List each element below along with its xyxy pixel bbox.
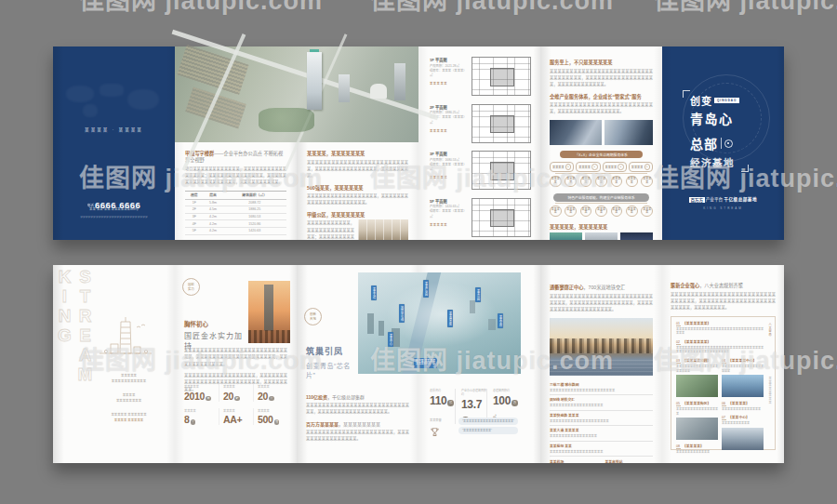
map-blob [127,89,159,110]
cover-title-1: 青岛心 [690,109,739,127]
table-row: 4F4.2m1520.86 [185,220,286,228]
planning-item: 06【某某某某】 某某某某某某某某某某某某某某 [722,401,764,412]
corner-bracket-icon [683,90,690,98]
panel-services: 服务至上，不只是某某某某某 某某某某某某某某某某某某某某某某某某某某某某某某某某… [540,46,662,240]
transport-item: 某某高铁站某某某某某某某某 [605,459,654,463]
plus-circle-icon: + [644,164,651,170]
detail-para-2: 某某某某某某某某某某某某某某某某某某，某某某某某某某某某某某某某某某某某某某某某… [307,192,408,206]
transport-item: 某某枢纽 某某某某某某某某某某某某某某某某某某某某 [550,442,653,458]
services-title-3: 某某某某某，某某某某某某 [550,223,653,230]
panel-strength: 国匠 实力 胸怀初心 国匠金水实力加持 某某某某某某某某某某某某某某某某某某某某… [175,265,297,463]
strength-heading-accent: 胸怀初心 [184,319,247,328]
transport-pair: 某某机场某某某某某某某某 某某高铁站某某某某某某某某 [550,457,653,463]
side-label-accent: 八大业态 [768,323,773,337]
planning-item: 02【某某某某某某】 某某某某某某某某某某某某某某某某某某某某某某某某某某某某某… [676,339,764,355]
night-aerial-photo [620,232,653,240]
street-thumb [722,428,764,450]
floor-plan-group: 3F 平面图 产权面积：1680.53㎡ 得房率：某某某（某某某）㎡ 某某某某某 [430,151,531,190]
tower-thumb [722,375,764,397]
slogan-box: 百万方 [689,197,705,203]
floor-plan-group: 1F 平面图 产权面积：2021.28㎡ 得房率：某某某（某某某）㎡ 某某某某某 [430,57,531,96]
stat-cell: 某某某某20个 [253,384,287,402]
services-para-1: 某某某某某某某某某某某某某某某某某某某某某某某某某某某某某某某某某某，某某某某某… [550,68,653,88]
plus-circle-icon: + [565,164,572,170]
watermark: 佳图网 jiatupic.com [79,0,323,17]
floor-spec-table: 楼层 层高 建筑面积（㎡） 1F5.8m2088.72 2F4.5m1886.2… [185,191,286,235]
unit-circle: 万 [512,400,518,406]
title-divider [721,138,722,149]
intro-group: 某某某某 某某某某某某某某 [88,392,169,405]
plan-floor-label: 5F 平面图 [430,198,467,204]
plan-floor-label: 1F 平面图 [430,57,467,62]
detail-para-1: 某某某某某某某某某某某某某某某某某某某某某某某某某某，某某某某某某某某某某某某某… [307,159,408,179]
disclaimer-line: 某某某某某某某某某某某某某某某某某某某某某某某某某某 [60,215,167,219]
unit-circle: 强 [274,419,280,425]
planning-item: 08【某某某某】 某某某某某某某某某某某某 [676,444,718,455]
office-paragraph: 项目某某某某某某某某某某某某，某某某某某某某某某某某某某某某某；某某某某某某某某… [185,166,286,186]
meeting-photo [604,120,653,145]
planning-item: 07【某某中心】 某某某某某某某某某某 [722,415,764,450]
intro-group: 某某某某某 某某某某某某 某某某某 某某某某某 [88,412,169,424]
detail-para-3: 某某某某某某某某某某某，某某某某某某某某某某某某某某；某某某某某某某某某某某某，… [307,219,354,240]
detail-title-2: 500强某某，某某某某某某 [307,184,408,191]
cover-brand: 创变 [690,93,712,108]
address-line: 某某·某某·某某 某某某某某某888号 [53,206,175,211]
seal-icon [724,139,733,148]
strength-stats-grid: 某某某某某2010年 某某某某20家 某某某某20个 某某某某8个 某某某某AA… [184,384,287,425]
pool-photo [550,232,582,240]
brochure-top-spread: 某某某某 · 某某某某 电话6666 6666 某某·某某·某某 某某某某某某8… [53,46,784,240]
map-blob [83,104,98,117]
nest-para-2: 某某某某某某某某某某某某某某某某某某某某某某，某某某某某某某某某某某某某某某某。 [306,429,409,443]
table-header: 建筑面积（㎡） [222,191,286,199]
transport-item: 某某大道 某某某某某某某某某某某某某某某某某某某某 [550,426,653,442]
table-row: 3F4.2m1680.53 [185,213,286,220]
location-para: 某某某某某某某某某某某某某某某某某某某某某某某某某某某某某某，某某某某某某某某某… [550,293,653,313]
table-row: 5F4.2m1420.63 [185,227,286,234]
stat-cell: 某某某某20家 [219,384,253,402]
plus-circle-icon: + [618,164,624,170]
transport-item: 某某机场某某某某某某某某 [550,459,598,463]
sunset-tower-photo [248,281,290,343]
planning-item: 04【某某某某中心】 某某某某某某某某某某某某某某某某某某 [722,358,764,398]
cover-title-3: 经济基地 [690,155,739,169]
floor-plan-group: 2F 平面图 产权面积：1886.25㎡ 得房率：某某某（某某某）㎡ 某某某某某 [430,104,531,143]
brochure-bottom-spread: KING STREAM 某某某某某 某某某某某某某某某某某 [53,265,784,463]
plan-floor-label: 3F 平面图 [430,151,467,156]
trophy-icon [430,427,440,437]
award-pills: “某某某某某某某某某某某某某某某某某某” “某某某某某某某某某某” [458,418,518,441]
side-label-gray: 某某某某某某某某 [768,377,773,405]
lobby-photo [358,219,408,240]
stat-cell: 某某某某500强 [253,408,287,426]
watermark: 佳图网 jiatupic.com [654,0,837,17]
map-blob [66,86,94,102]
table-header: 层高 [204,191,223,199]
planning-col-left: 03【某某某某公园】 某某某某某某某某某某某某某某某某某某某某 05【某某某某街… [676,358,718,458]
floor-plan-drawing [472,198,531,237]
stock-preview-stage: 某某某某 · 某某某某 电话6666 6666 某某·某某·某某 某某某某某某8… [0,0,837,504]
map-tag: 地铁M号线 [399,304,405,323]
main-tower [307,52,322,110]
intro-group: 某某某某某 某某某某某某某某某某某 [88,373,169,385]
service-banner-1: 「X+X」企业全生命周期服务体系 [560,151,643,159]
nest-para-1: 某某某某某某某某某某某某某某某某某某某某某某某某某某某某，某某某某某某某某某某某… [306,402,409,416]
stat-cell: 某某某某某2010年 [184,384,219,402]
transport-list: 三纵三横 城市路网某某某某某某某某某某某某某某某某某某某某某某 双M线 地铁交汇… [550,380,653,463]
plus-circle-icon: + [591,164,598,170]
planning-col-right: 04【某某某某中心】 某某某某某某某某某某某某某某某某某某 06【某某某某】 某… [722,358,764,458]
map-tag: 某某商务区 [447,310,453,327]
aerial-master-plan-photo: 某某大道 地铁M号线 某某产业园 某某商务区 某某公园 某某学校 某某中心 数字… [358,272,521,374]
planning-para: 某某某某某某某某某某某某某某某某某某某某某某某某某某某某某某某某，某某某某某某某… [671,291,776,312]
panel-planning: 聚新企业强心，八大业态规划齐聚 某某某某某某某某某某某某某某某某某某某某某某某某… [662,265,784,463]
building-photo [585,232,618,240]
floor-plan-group: 5F 平面图 产权面积：1420.63㎡ 得房率：某某某（某某某）㎡ 某某某某某 [430,198,531,237]
panel-floor-plans: 1F 平面图 产权面积：2021.28㎡ 得房率：某某某（某某某）㎡ 某某某某某… [418,46,540,240]
unit-circle: 年 [206,396,211,402]
plan-floor-label: 2F 平面图 [430,104,467,110]
amenity-photos [550,232,653,240]
office-heading: 甲级写字楼群——企业平台办公高点 不断拓视界全视野 [185,150,286,163]
aerial-render-photo [175,46,418,142]
planning-item: 03【某某某某公园】 某某某某某某某某某某某某某某某某某某某某 [676,358,718,398]
services-title-2: 全维产业服务体系，企业成长“管家式”服务 [550,93,653,99]
city-skyline-photo [550,318,653,376]
cover-slogan: 百万方产业平台 千亿级总部基地 [662,196,784,202]
